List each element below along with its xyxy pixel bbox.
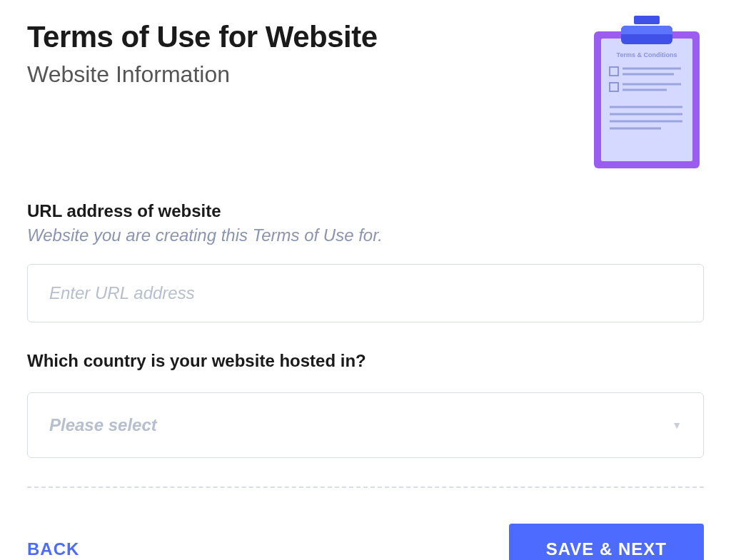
back-button[interactable]: BACK bbox=[27, 539, 79, 559]
clipboard-icon: Terms & Conditions bbox=[590, 16, 704, 173]
page-title: Terms of Use for Website bbox=[27, 20, 590, 54]
url-field-label: URL address of website bbox=[27, 201, 704, 221]
url-field-hint: Website you are creating this Terms of U… bbox=[27, 225, 704, 245]
page-subtitle: Website Information bbox=[27, 61, 590, 88]
chevron-down-icon: ▼ bbox=[672, 419, 682, 431]
country-select[interactable]: Please select ▼ bbox=[27, 392, 704, 458]
illustration-caption: Terms & Conditions bbox=[617, 51, 677, 58]
divider bbox=[27, 487, 704, 488]
country-select-placeholder: Please select bbox=[49, 415, 157, 435]
save-next-button[interactable]: SAVE & NEXT bbox=[509, 524, 704, 560]
url-input[interactable] bbox=[27, 264, 704, 322]
country-field-label: Which country is your website hosted in? bbox=[27, 351, 704, 371]
